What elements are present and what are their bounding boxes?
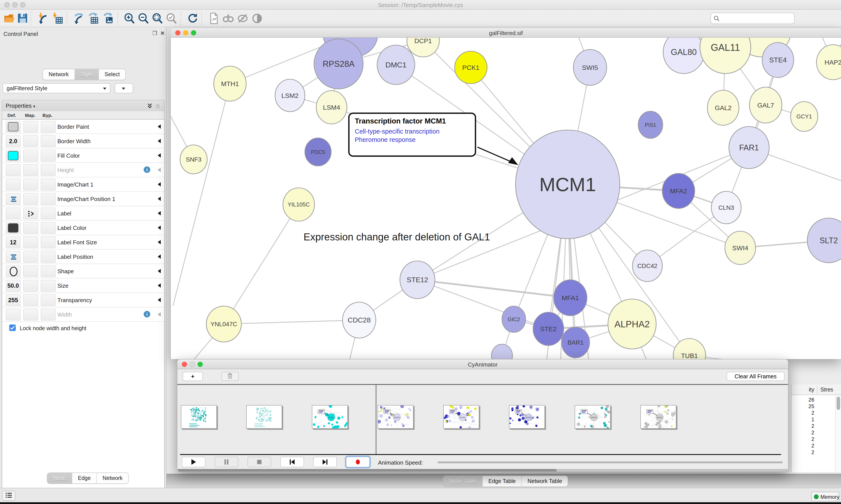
- network-node-YNL047C[interactable]: YNL047C: [206, 306, 241, 342]
- record-button[interactable]: [346, 457, 370, 467]
- mapping-cell[interactable]: [23, 236, 38, 248]
- zoom-fit-icon[interactable]: [151, 12, 164, 24]
- bypass-cell[interactable]: [41, 294, 56, 306]
- network-node-MCM1[interactable]: MCM1: [516, 130, 620, 239]
- bypass-cell[interactable]: [41, 265, 56, 277]
- binoculars-icon[interactable]: [222, 12, 234, 24]
- bypass-cell[interactable]: [41, 150, 56, 162]
- default-value-cell[interactable]: [6, 222, 21, 234]
- network-node-PCK1[interactable]: PCK1: [455, 51, 487, 84]
- mapping-cell[interactable]: [23, 150, 38, 162]
- network-node-CDC42[interactable]: CDC42: [632, 250, 662, 282]
- property-row-label-position[interactable]: Label Position: [2, 250, 164, 264]
- column-header-centrality[interactable]: ity: [791, 386, 814, 393]
- expand-property-icon[interactable]: [158, 226, 161, 230]
- animator-frame-3[interactable]: MCM1: [378, 405, 413, 429]
- property-row-width[interactable]: Widthi: [2, 307, 164, 322]
- export-network-icon[interactable]: [73, 12, 85, 24]
- close-panel-icon[interactable]: ✕: [160, 30, 165, 36]
- network-node-STE12[interactable]: STE12: [400, 261, 435, 299]
- style-options-button[interactable]: [115, 83, 133, 93]
- animator-frame-6[interactable]: MCM1: [575, 405, 611, 429]
- property-row-label-color[interactable]: Label Color: [2, 221, 164, 235]
- property-row-size[interactable]: 50.0Size: [2, 278, 164, 293]
- bypass-cell[interactable]: [41, 193, 56, 205]
- cyanimator-titlebar[interactable]: CyAnimator: [177, 360, 788, 369]
- table-row[interactable]: 2: [791, 430, 814, 436]
- mapping-cell[interactable]: [23, 121, 38, 133]
- default-value-cell[interactable]: [6, 309, 21, 321]
- network-node-FAR1[interactable]: FAR1: [729, 127, 769, 168]
- property-row-label[interactable]: Label: [2, 206, 164, 221]
- network-node-ALPHA2[interactable]: ALPHA2: [608, 299, 656, 349]
- expand-property-icon[interactable]: [158, 182, 161, 186]
- table-row[interactable]: 2: [791, 443, 814, 449]
- export-image-icon[interactable]: [103, 12, 115, 24]
- network-canvas[interactable]: MTH1LSM2LSM4SNF3PDC5YIL105CRPS28ADMC1DCP…: [171, 38, 841, 359]
- control-panel-tab-select[interactable]: Select: [99, 69, 125, 80]
- mapping-cell[interactable]: [23, 251, 38, 263]
- network-node-GAL7[interactable]: GAL7: [749, 87, 782, 123]
- bypass-cell[interactable]: [41, 251, 56, 263]
- default-value-cell[interactable]: 12: [6, 236, 21, 248]
- animator-frame-1[interactable]: [246, 405, 282, 429]
- expand-property-icon[interactable]: [158, 298, 161, 302]
- text-annotation[interactable]: Expression change after deletion of GAL1: [304, 231, 490, 243]
- style-editor-tab-network[interactable]: Network: [97, 473, 128, 483]
- network-node-SNF3[interactable]: SNF3: [180, 145, 207, 174]
- default-value-cell[interactable]: 2.0: [6, 135, 21, 147]
- skip-start-button[interactable]: [280, 457, 304, 467]
- open-folder-icon[interactable]: [3, 12, 16, 24]
- bypass-cell[interactable]: [41, 222, 56, 234]
- network-node-BAR1[interactable]: BAR1: [561, 327, 590, 358]
- contrast-icon[interactable]: [251, 12, 263, 24]
- mapping-cell[interactable]: [23, 164, 38, 176]
- bypass-cell[interactable]: [41, 164, 56, 176]
- annotation-link[interactable]: Pheromone response: [355, 136, 469, 144]
- animator-frame-5[interactable]: MCM1: [509, 405, 545, 429]
- network-node-GAL11[interactable]: GAL11: [700, 38, 751, 74]
- table-row[interactable]: 2: [791, 423, 814, 430]
- export-table-icon[interactable]: [88, 12, 100, 24]
- table-row[interactable]: 2: [791, 436, 814, 443]
- animator-frame-7[interactable]: MCM1: [640, 405, 676, 429]
- default-value-cell[interactable]: [6, 179, 21, 191]
- expand-property-icon[interactable]: [158, 153, 161, 158]
- property-row-border-width[interactable]: 2.0Border Width: [2, 134, 164, 148]
- network-node-DMC1[interactable]: DMC1: [377, 45, 415, 85]
- float-panel-icon[interactable]: ❐: [153, 30, 157, 36]
- control-panel-tab-style[interactable]: Style: [75, 69, 99, 80]
- timeline-playhead[interactable]: [376, 385, 376, 454]
- property-row-fill-color[interactable]: Fill Color: [2, 148, 164, 163]
- network-node-STE4[interactable]: STE4: [762, 42, 794, 77]
- show-panels-button[interactable]: [2, 491, 15, 501]
- zoom-out-icon[interactable]: [138, 12, 150, 24]
- annotation-link[interactable]: Cell-type-specific transcription: [355, 127, 469, 136]
- property-row-border-paint[interactable]: Border Paint: [2, 120, 164, 134]
- style-selector[interactable]: galFiltered Style: [3, 83, 110, 93]
- memory-button[interactable]: Memory: [811, 492, 839, 501]
- network-node-GAL2[interactable]: GAL2: [708, 90, 739, 125]
- zoom-selected-icon[interactable]: [165, 12, 178, 24]
- clear-all-frames-button[interactable]: Clear All Frames: [727, 372, 785, 381]
- network-node-MFA1[interactable]: MFA1: [554, 280, 587, 316]
- table-scrollbar[interactable]: [835, 395, 841, 472]
- default-value-cell[interactable]: 50.0: [6, 280, 21, 292]
- style-editor-tab-edge[interactable]: Edge: [72, 473, 97, 483]
- animator-frame-4[interactable]: MCM1: [443, 405, 479, 429]
- mapping-cell[interactable]: [23, 193, 38, 205]
- table-panel-tab-node-table[interactable]: Node Table: [443, 476, 483, 486]
- property-row-height[interactable]: Heighti: [2, 163, 164, 177]
- table-row[interactable]: 26: [791, 397, 814, 403]
- expand-property-icon[interactable]: [158, 240, 161, 244]
- network-node-MFA2[interactable]: MFA2: [662, 174, 695, 209]
- mapping-cell[interactable]: [23, 222, 38, 234]
- expand-property-icon[interactable]: [158, 254, 161, 259]
- pause-button[interactable]: [215, 457, 238, 467]
- property-row-image-chart-position-1[interactable]: Image/Chart Position 1: [2, 192, 164, 206]
- info-icon[interactable]: i: [144, 311, 150, 318]
- expand-property-icon[interactable]: [158, 269, 161, 273]
- mapping-cell[interactable]: [23, 135, 38, 147]
- network-node-GIC2[interactable]: GIC2: [502, 306, 526, 332]
- animation-speed-slider[interactable]: [437, 462, 783, 463]
